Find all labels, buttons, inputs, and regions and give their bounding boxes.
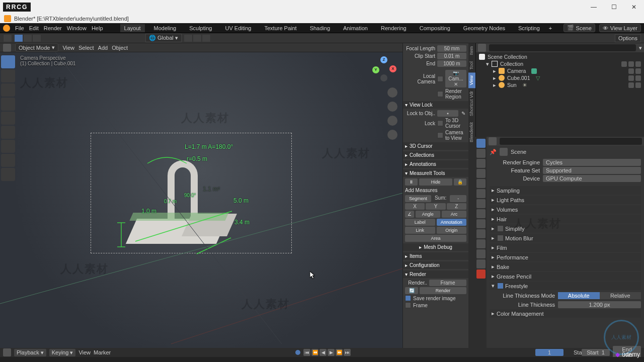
maximize-button[interactable]: ☐ xyxy=(604,0,624,14)
tab-shading[interactable]: Shading xyxy=(306,24,334,32)
clip-start-field[interactable]: 0.01 m xyxy=(437,53,466,59)
snap-edge-icon[interactable] xyxy=(23,34,32,42)
tool-transform[interactable] xyxy=(1,126,15,139)
lock-3dcursor-checkbox[interactable] xyxy=(437,120,443,126)
menu-file[interactable]: File xyxy=(15,25,24,31)
render-frame-select[interactable]: Frame xyxy=(429,280,466,286)
ntab-shortcut[interactable]: Shortcut Vdr xyxy=(468,88,475,119)
keyframe-next-icon[interactable]: ⏩ xyxy=(336,349,343,356)
sec-colormgmt[interactable]: Color Management xyxy=(490,309,641,318)
tool-cursor[interactable] xyxy=(1,69,15,82)
sec-bake[interactable]: Bake xyxy=(490,262,641,271)
3dcursor-section[interactable]: 3D Cursor xyxy=(403,142,468,150)
feature-set-select[interactable]: Supported xyxy=(543,167,641,174)
measureit-section[interactable]: MeasureIt Tools xyxy=(403,169,468,177)
axis-z-icon[interactable]: Z xyxy=(380,56,387,63)
render-section[interactable]: Render xyxy=(403,270,468,278)
tab-anim[interactable]: Animation xyxy=(339,24,372,32)
menu-object[interactable]: Object xyxy=(112,45,128,51)
menu-select[interactable]: Select xyxy=(78,45,94,51)
ntab-bk[interactable]: Blenderkit xyxy=(468,119,475,145)
timeline-marker[interactable]: Marker xyxy=(94,349,111,355)
tool-addcube[interactable] xyxy=(1,168,15,181)
snap-toggle-icon[interactable] xyxy=(193,34,202,42)
save-render-checkbox[interactable] xyxy=(405,295,411,301)
lock-obj-field[interactable]: ▪ xyxy=(437,110,458,117)
ptab-world[interactable] xyxy=(476,179,486,188)
sec-greasepencil[interactable]: Grease Pencil xyxy=(490,272,641,281)
x-button[interactable]: X xyxy=(405,203,425,210)
keyframe-prev-icon[interactable]: ⏪ xyxy=(311,349,318,356)
restrict-select-icon[interactable] xyxy=(621,61,627,67)
start-frame-field[interactable]: Start 1 xyxy=(582,349,610,356)
origin-button[interactable]: Origin xyxy=(437,227,467,234)
sec-motionblur[interactable]: Motion Blur xyxy=(490,234,641,242)
annotations-section[interactable]: Annotations xyxy=(403,160,468,168)
arc-button[interactable]: Arc xyxy=(442,211,466,218)
device-select[interactable]: GPU Compute xyxy=(543,175,641,182)
render-ico-button[interactable]: 🔄 xyxy=(405,287,418,294)
ntab-item[interactable]: Item xyxy=(468,43,475,58)
lock-camview-checkbox[interactable] xyxy=(437,132,443,138)
axis-x-icon[interactable]: X xyxy=(389,65,396,72)
link-button[interactable]: Link xyxy=(405,227,435,234)
sum-select[interactable]: - xyxy=(450,195,466,202)
ptab-object[interactable] xyxy=(476,189,486,198)
tab-geonodes[interactable]: Geometry Nodes xyxy=(459,24,509,32)
angle-button[interactable]: Angle xyxy=(416,211,440,218)
config-section[interactable]: Configuration xyxy=(403,261,468,269)
prop-edit-icon[interactable] xyxy=(202,34,211,42)
render-button[interactable]: Render xyxy=(420,287,466,294)
eyedropper-icon[interactable]: ✎ xyxy=(460,111,466,116)
keying-menu[interactable]: Keying ▾ xyxy=(49,349,76,356)
tab-uv[interactable]: UV Editing xyxy=(221,24,255,32)
ptab-data[interactable] xyxy=(476,239,486,248)
play-icon[interactable]: ▶ xyxy=(328,349,335,356)
frame-checkbox[interactable] xyxy=(405,302,411,308)
tab-modeling[interactable]: Modeling xyxy=(150,24,181,32)
tab-compositing[interactable]: Compositing xyxy=(416,24,454,32)
3d-viewport[interactable]: Camera Perspective (1) Collection | Cube… xyxy=(0,52,403,348)
freestyle-checkbox[interactable] xyxy=(498,283,503,289)
add-workspace-button[interactable]: + xyxy=(549,25,552,31)
ltm-relative[interactable]: Relative xyxy=(600,292,641,299)
view-lock-section[interactable]: View Lock xyxy=(403,101,468,109)
visibility-icon[interactable] xyxy=(628,61,634,67)
local-camera-field[interactable]: 📷 Cam... ✕ xyxy=(445,70,466,87)
orientation-selector[interactable]: 🌐 Global ▾ xyxy=(145,34,182,42)
minimize-button[interactable]: — xyxy=(584,0,604,14)
ptab-output[interactable] xyxy=(476,149,486,158)
collection-item[interactable]: Collection xyxy=(500,61,523,67)
ptab-physics[interactable] xyxy=(476,219,486,228)
timeline-editor-icon[interactable] xyxy=(3,348,11,356)
z-button[interactable]: Z xyxy=(447,203,466,210)
snap-face-icon[interactable] xyxy=(32,34,41,42)
zoom-icon[interactable] xyxy=(387,87,397,98)
sec-volumes[interactable]: Volumes xyxy=(490,205,641,214)
tab-sculpting[interactable]: Sculpting xyxy=(185,24,216,32)
render-engine-select[interactable]: Cycles xyxy=(543,159,641,166)
ltm-absolute[interactable]: Absolute xyxy=(558,292,600,299)
tool-scale[interactable] xyxy=(1,112,15,125)
scene-collection[interactable]: Scene Collection xyxy=(488,54,527,60)
focal-length-field[interactable]: 50 mm xyxy=(437,45,466,52)
props-search-input[interactable] xyxy=(500,138,642,145)
segment-button[interactable]: Segment xyxy=(405,195,431,202)
items-section[interactable]: Items xyxy=(403,252,468,260)
tool-select[interactable] xyxy=(1,55,15,68)
current-frame-field[interactable]: 1 xyxy=(535,349,564,356)
menu-help[interactable]: Help xyxy=(92,25,103,31)
jump-start-icon[interactable]: ⏮ xyxy=(303,349,310,356)
ptab-modifiers[interactable] xyxy=(476,199,486,208)
annotation-button[interactable]: Annotation xyxy=(437,219,467,226)
play-rev-icon[interactable]: ◀ xyxy=(319,349,327,356)
tool-move[interactable] xyxy=(1,83,15,97)
snap-vertex-icon[interactable] xyxy=(14,34,23,42)
tab-scripting[interactable]: Scripting xyxy=(514,24,544,32)
ptab-render[interactable] xyxy=(476,139,486,148)
sec-hair[interactable]: Hair xyxy=(490,215,641,223)
y-button[interactable]: Y xyxy=(426,203,445,210)
lock-icon[interactable]: 🔒 xyxy=(454,178,466,186)
perspective-icon[interactable] xyxy=(387,130,397,140)
camera-view-icon[interactable] xyxy=(387,116,397,126)
